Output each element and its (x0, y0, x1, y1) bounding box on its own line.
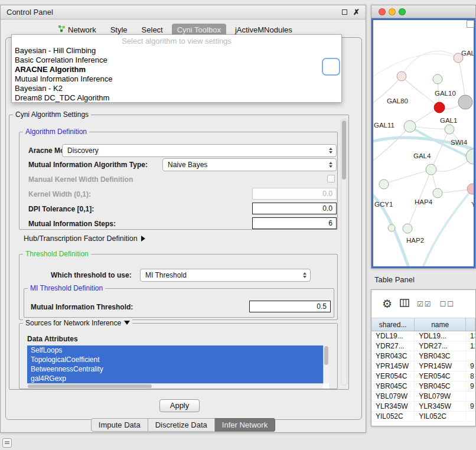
kernel-width-label: Kernel Width (0,1): (28, 190, 91, 198)
network-node[interactable] (433, 74, 442, 84)
which-threshold-select[interactable]: MI Threshold (140, 269, 311, 282)
float-window-icon[interactable] (342, 9, 347, 15)
settings-scrollbar[interactable] (341, 119, 347, 386)
table-cell: YDR27... (415, 341, 466, 351)
select-all-checkboxes-icon[interactable]: ☑☑ (417, 300, 432, 308)
bottom-tab-discretize-data[interactable]: Discretize Data (148, 418, 215, 432)
node-label: GCY1 (374, 201, 393, 208)
algorithm-option[interactable]: ARACNE Algorithm (12, 65, 341, 74)
kernel-width-field[interactable]: 0.0 (252, 188, 337, 200)
attributes-horizontal-scrollbar[interactable] (27, 383, 323, 389)
network-edge[interactable] (384, 169, 431, 184)
manual-kernel-checkbox[interactable] (327, 175, 335, 182)
network-node[interactable] (426, 164, 436, 175)
table-cell: YBL079W (415, 392, 466, 401)
algorithm-option[interactable]: Basic Correlation Inference (12, 56, 341, 65)
network-node[interactable] (404, 120, 416, 132)
network-edge[interactable] (373, 54, 458, 76)
table-row[interactable]: YLR345WYLR345W9. (371, 402, 475, 412)
collapsed-panel-icon[interactable] (2, 438, 12, 448)
zoom-traffic-light[interactable] (399, 8, 406, 15)
close-traffic-light[interactable] (379, 8, 386, 15)
table-cell: 9. (466, 361, 475, 371)
table-panel-window: ⚙ ☑☑ ☐☐ shared...name YDL19...YDL19...13… (371, 289, 476, 426)
network-node[interactable] (433, 188, 442, 198)
table-row[interactable]: YDL19...YDL19...13 (371, 331, 475, 341)
node-label: GAL1 (440, 117, 457, 124)
network-edge[interactable] (431, 129, 449, 169)
table-toolbar: ⚙ ☑☑ ☐☐ (371, 290, 475, 318)
table-cell: YIL052C (415, 412, 466, 421)
attribute-list-item[interactable]: TopologicalCoefficient (27, 355, 323, 364)
algorithm-option[interactable]: Bayesian - Hill Climbing (12, 46, 341, 56)
attributes-vertical-scrollbar[interactable] (323, 345, 329, 383)
bottom-tab-infer-network[interactable]: Infer Network (215, 418, 275, 432)
table-header: shared...name (371, 318, 475, 331)
network-node[interactable] (397, 71, 406, 81)
minimize-traffic-light[interactable] (389, 8, 396, 15)
table-row[interactable]: YER054CYER054C8. (371, 371, 475, 381)
node-label: GAL10 (435, 90, 456, 97)
obscured-focus-field (322, 58, 340, 76)
network-node[interactable] (379, 180, 389, 189)
network-node[interactable] (467, 184, 475, 194)
network-window-titlebar (371, 5, 475, 18)
algorithm-dropdown[interactable]: Select algorithm to view settingsBayesia… (11, 34, 342, 103)
table-cell: YBR045C (371, 381, 415, 391)
gear-icon[interactable]: ⚙ (382, 298, 392, 309)
mi-threshold-label: Mutual Information Threshold: (31, 303, 133, 311)
attribute-list-item[interactable]: BetweennessCentrality (27, 364, 323, 374)
attribute-list-item[interactable]: gal4RGexp (27, 374, 323, 383)
network-edge[interactable] (402, 51, 458, 76)
mi-threshold-field[interactable]: 0.5 (249, 301, 331, 312)
table-row[interactable]: YIL052CYIL052C (371, 412, 475, 422)
table-row[interactable]: YBR045CYBR045C9. (371, 381, 475, 392)
aracne-mode-value: Discovery (67, 146, 99, 155)
algorithm-option[interactable]: Mutual Information Inference (12, 74, 341, 84)
network-svg[interactable]: GAL80GAL10GAL11GAL1SWI4GAL4GCY1HAP4HAP2Y… (373, 20, 475, 268)
window-title: Control Panel (6, 8, 53, 17)
network-node[interactable] (388, 224, 395, 231)
data-attributes-list[interactable]: SelfLoopsTopologicalCoefficientBetweenne… (27, 345, 329, 389)
table-cell: YIL052C (371, 412, 415, 421)
node-label: Y (471, 201, 475, 208)
network-node[interactable] (403, 224, 412, 233)
columns-icon[interactable] (400, 299, 409, 309)
apply-button[interactable]: Apply (159, 399, 200, 412)
algorithm-option[interactable]: Bayesian - K2 (12, 84, 341, 93)
hub-section-toggle[interactable]: Hub/Transcription Factor Definition (24, 234, 145, 243)
network-node[interactable] (458, 95, 472, 109)
tab-label: Select (142, 25, 163, 34)
network-view-window: GAL80GAL10GAL11GAL1SWI4GAL4GCY1HAP4HAP2Y… (371, 5, 476, 269)
aracne-mode-select[interactable]: Discovery (62, 144, 337, 157)
table-rows: YDL19...YDL19...13YDR27...YDR27...12YBR0… (371, 331, 475, 422)
close-icon[interactable]: ✗ (353, 8, 360, 16)
network-canvas[interactable]: GAL80GAL10GAL11GAL1SWI4GAL4GCY1HAP4HAP2Y… (371, 18, 475, 268)
data-attributes-label: Data Attributes (27, 335, 78, 343)
attribute-list-item[interactable]: SelfLoops (27, 345, 323, 355)
tab-label: Cyni Toolbox (177, 25, 221, 34)
table-column-header[interactable] (466, 318, 475, 331)
table-row[interactable]: YBL079WYBL079W (371, 392, 475, 402)
table-cell: YDL19... (371, 331, 415, 341)
algorithm-option[interactable]: Dream8 DC_TDC Algorithm (12, 93, 341, 103)
network-edge[interactable] (373, 126, 410, 161)
bottom-tab-impute-data[interactable]: Impute Data (91, 418, 148, 432)
dpi-tolerance-field[interactable]: 0.0 (252, 203, 337, 214)
mi-steps-field[interactable]: 6 (252, 217, 337, 229)
table-column-header[interactable]: name (415, 318, 466, 331)
table-column-header[interactable]: shared... (371, 318, 415, 331)
mi-type-select[interactable]: Naive Bayes (162, 158, 337, 171)
network-node[interactable] (434, 102, 445, 113)
combo-arrows-icon (329, 148, 332, 154)
network-node[interactable] (445, 125, 454, 134)
table-row[interactable]: YPR145WYPR145W9. (371, 361, 475, 371)
sources-group-title[interactable]: Sources for Network Inference (23, 319, 132, 327)
hub-section-label: Hub/Transcription Factor Definition (24, 234, 138, 243)
expand-right-icon (141, 236, 145, 242)
deselect-all-checkboxes-icon[interactable]: ☐☐ (440, 300, 455, 308)
node-label: SWI4 (451, 139, 468, 146)
mi-type-label: Mutual Information Algorithm Type: (28, 161, 148, 169)
table-row[interactable]: YDR27...YDR27...12 (371, 341, 475, 351)
table-row[interactable]: YBR043CYBR043C (371, 351, 475, 361)
